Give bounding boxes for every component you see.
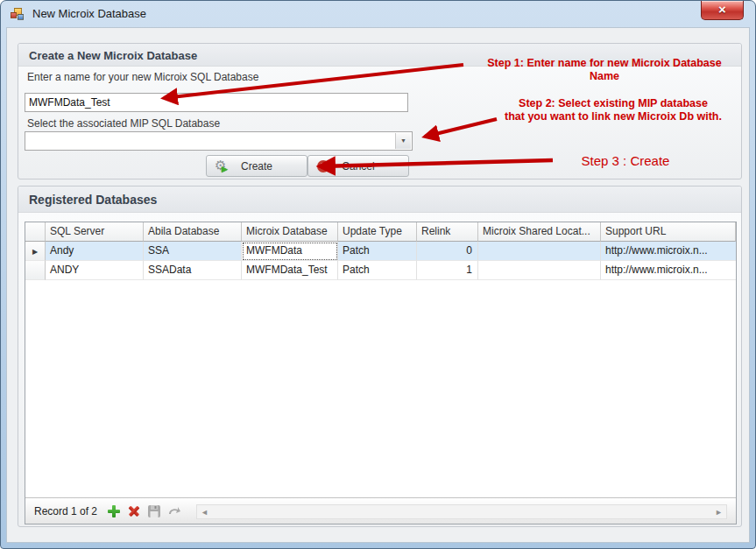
cell-shared-location[interactable] [478,242,601,261]
cell-support-url[interactable]: http://www.microix.n... [601,242,736,261]
cell-shared-location[interactable] [478,261,601,280]
create-button-label: Create [207,156,307,176]
cancel-button-label: Cancel [308,156,408,176]
col-header-abila-database[interactable]: Abila Database [144,222,242,242]
horizontal-scrollbar[interactable]: ◄ ► [196,504,727,519]
cell-support-url[interactable]: http://www.microix.n... [601,261,736,280]
app-icon-square-blue [18,14,24,20]
dialog-window: New Microix Database × Create a New Micr… [0,0,756,549]
record-count-label: Record 1 of 2 [34,505,97,517]
annotation-step2-line2: that you want to link new Microix Db wit… [472,110,754,123]
col-header-shared-location[interactable]: Microix Shared Locat... [478,222,601,242]
delete-record-icon[interactable] [127,504,141,518]
cell-abila-database[interactable]: SSAData [144,261,242,280]
cell-microix-database[interactable]: MWFMData_Test [242,261,338,280]
chevron-down-icon: ▼ [400,137,406,144]
add-record-icon[interactable] [107,504,121,518]
database-name-label: Enter a name for your new Microix SQL Da… [27,71,258,83]
table-row[interactable]: ▶ Andy SSA MWFMData Patch 0 http://www.m… [25,242,736,261]
cell-relink[interactable]: 0 [417,242,478,261]
undo-edit-icon[interactable] [167,504,181,518]
annotation-step3: Step 3 : Create [551,153,700,168]
col-header-support-url[interactable]: Support URL [601,222,736,242]
mip-database-dropdown-button[interactable]: ▼ [395,133,411,149]
scroll-left-icon[interactable]: ◄ [201,507,208,517]
annotation-step2-line1: Step 2: Select existing MIP database [472,97,754,110]
save-record-icon[interactable] [147,504,161,518]
row-selector-cell[interactable] [25,261,46,280]
app-icon [11,7,25,21]
current-row-arrow-icon: ▶ [32,248,38,256]
cell-microix-database-focused[interactable]: MWFMData [242,242,338,261]
close-icon: × [718,2,726,17]
cell-sql-server[interactable]: ANDY [46,261,144,280]
record-navigator: Record 1 of 2 [25,497,736,524]
cancel-button[interactable]: Cancel [307,155,409,177]
databases-grid: SQL Server Abila Database Microix Databa… [25,222,737,524]
window-title: New Microix Database [32,7,146,20]
col-header-update-type[interactable]: Update Type [338,222,417,242]
mip-database-combobox[interactable]: ▼ [25,131,413,151]
registered-panel-title: Registered Databases [18,187,741,213]
grid-corner-cell [25,222,46,242]
annotation-step1: Step 1: Enter name for new Microix Datab… [459,57,750,83]
create-button[interactable]: ⚙ ▶ Create [206,155,307,177]
scroll-right-icon[interactable]: ► [715,507,723,517]
close-button[interactable]: × [701,1,744,20]
registered-databases-panel: Registered Databases SQL Server Abila Da… [18,186,742,527]
table-row[interactable]: ANDY SSAData MWFMData_Test Patch 1 http:… [25,261,736,280]
cell-sql-server[interactable]: Andy [46,242,144,261]
cell-abila-database[interactable]: SSA [144,242,242,261]
col-header-sql-server[interactable]: SQL Server [46,222,144,242]
mip-database-label: Select the associated MIP SQL Database [27,117,220,130]
col-header-relink[interactable]: Relink [417,222,478,242]
row-selector-cell[interactable]: ▶ [25,242,46,261]
database-name-input[interactable] [25,93,408,112]
cell-relink[interactable]: 1 [417,261,478,280]
grid-header-row: SQL Server Abila Database Microix Databa… [25,222,736,242]
app-icon-square-red [11,12,17,18]
annotation-step2: Step 2: Select existing MIP database tha… [472,97,754,123]
cell-update-type[interactable]: Patch [338,261,417,280]
annotation-step1-line2: Name [459,70,750,83]
annotation-step1-line1: Step 1: Enter name for new Microix Datab… [459,57,750,70]
cell-update-type[interactable]: Patch [338,242,417,261]
title-bar[interactable]: New Microix Database × [1,1,755,27]
col-header-microix-database[interactable]: Microix Database [242,222,338,242]
